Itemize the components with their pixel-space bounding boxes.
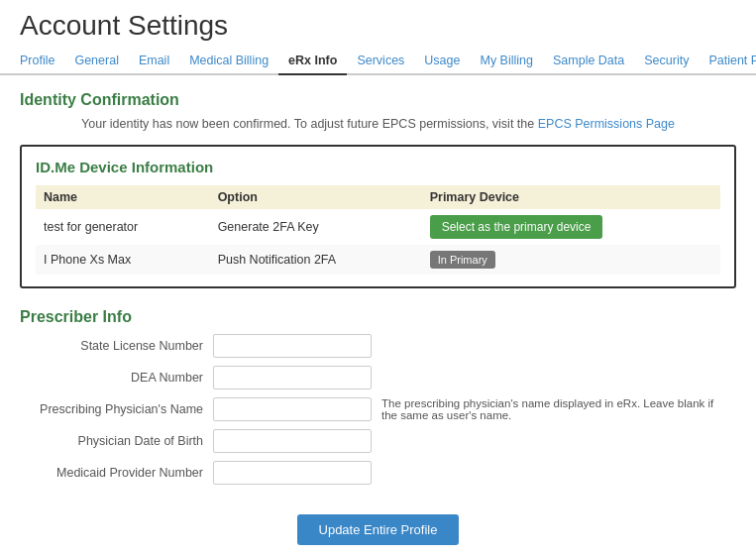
medicaid-provider-label: Medicaid Provider Number [20, 466, 213, 480]
physician-name-row: Prescribing Physician's Name The prescri… [20, 397, 736, 421]
dea-number-label: DEA Number [20, 371, 213, 385]
physician-dob-row: Physician Date of Birth [20, 429, 736, 453]
main-content: Identity Confirmation Your identity has … [0, 75, 756, 556]
select-primary-button[interactable]: Select as the primary device [430, 215, 603, 239]
tab-profile[interactable]: Profile [10, 48, 64, 75]
tab-security[interactable]: Security [634, 48, 699, 75]
device-name-2: I Phone Xs Max [36, 245, 210, 275]
tab-medical-billing[interactable]: Medical Billing [179, 48, 278, 75]
epcs-permissions-link[interactable]: EPCS Permissions Page [538, 117, 675, 131]
tab-erx-info[interactable]: eRx Info [278, 48, 347, 75]
col-primary-device: Primary Device [422, 185, 720, 209]
tab-general[interactable]: General [64, 48, 128, 75]
state-license-input[interactable] [213, 334, 372, 358]
tab-sample-data[interactable]: Sample Data [543, 48, 634, 75]
physician-name-hint: The prescribing physician's name display… [381, 397, 718, 421]
physician-name-input[interactable] [213, 397, 372, 421]
device-option-1: Generate 2FA Key [210, 209, 422, 245]
prescriber-info-section: Prescriber Info State License Number DEA… [20, 308, 736, 485]
device-action-1: Select as the primary device [422, 209, 720, 245]
device-table: Name Option Primary Device test for gene… [36, 185, 720, 275]
physician-name-label: Prescribing Physician's Name [20, 402, 213, 416]
medicaid-provider-row: Medicaid Provider Number [20, 461, 736, 485]
col-option: Option [210, 185, 422, 209]
physician-dob-input[interactable] [213, 429, 372, 453]
table-row: I Phone Xs Max Push Notification 2FA In … [36, 245, 720, 275]
tab-services[interactable]: Services [347, 48, 414, 75]
identity-description: Your identity has now been confirmed. To… [20, 117, 736, 131]
table-header-row: Name Option Primary Device [36, 185, 720, 209]
device-action-2: In Primary [422, 245, 720, 275]
nav-tabs: Profile General Email Medical Billing eR… [0, 48, 756, 75]
col-name: Name [36, 185, 210, 209]
identity-confirmation-section: Identity Confirmation Your identity has … [20, 91, 736, 131]
dea-number-input[interactable] [213, 366, 372, 389]
device-option-2: Push Notification 2FA [210, 245, 422, 275]
table-row: test for generator Generate 2FA Key Sele… [36, 209, 720, 245]
idme-box-title: ID.Me Device Information [36, 159, 720, 175]
prescriber-section-title: Prescriber Info [20, 308, 736, 326]
page-title: Account Settings [0, 0, 756, 48]
device-name-1: test for generator [36, 209, 210, 245]
update-profile-button[interactable]: Update Entire Profile [297, 514, 460, 545]
medicaid-provider-input[interactable] [213, 461, 372, 485]
tab-my-billing[interactable]: My Billing [470, 48, 543, 75]
in-primary-badge: In Primary [430, 251, 495, 269]
state-license-label: State License Number [20, 339, 213, 353]
idme-device-box: ID.Me Device Information Name Option Pri… [20, 145, 736, 288]
dea-number-row: DEA Number [20, 366, 736, 389]
tab-patient-payments[interactable]: Patient Payments [699, 48, 756, 75]
state-license-row: State License Number [20, 334, 736, 358]
tab-usage[interactable]: Usage [414, 48, 470, 75]
update-button-row: Update Entire Profile [20, 514, 736, 556]
physician-dob-label: Physician Date of Birth [20, 434, 213, 448]
tab-email[interactable]: Email [129, 48, 179, 75]
identity-section-title: Identity Confirmation [20, 91, 736, 109]
